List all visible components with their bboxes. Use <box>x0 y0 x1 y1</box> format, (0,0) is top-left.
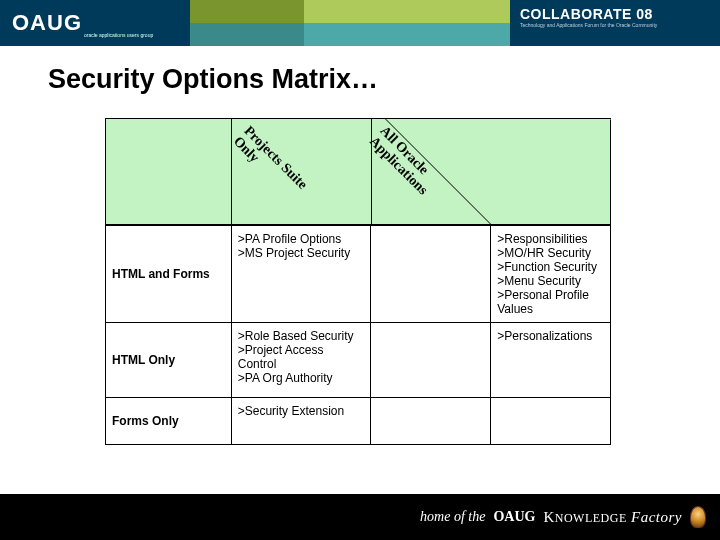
cell: PA Profile Options MS Project Security <box>231 226 371 322</box>
page-title: Security Options Matrix… <box>48 64 720 95</box>
cell: Responsibilities MO/HR Security Function… <box>490 226 610 322</box>
table-row: HTML and Forms PA Profile Options MS Pro… <box>106 225 610 322</box>
list-item: MS Project Security <box>238 246 365 260</box>
col-header-1: Projects SuiteOnly <box>231 119 371 224</box>
col-header-1-text: Projects SuiteOnly <box>230 123 310 203</box>
cell <box>370 226 490 322</box>
list-item: Security Extension <box>238 404 365 418</box>
cell: Security Extension <box>231 398 371 444</box>
cell: Personalizations <box>490 323 610 397</box>
cell <box>490 398 610 444</box>
row-header: HTML and Forms <box>106 226 231 322</box>
banner-stripe <box>190 0 510 46</box>
table-row: HTML Only Role Based Security Project Ac… <box>106 322 610 397</box>
footer-oaug: OAUG <box>493 509 535 525</box>
collab-subtitle: Technology and Applications Forum for th… <box>520 22 710 28</box>
collab-title: COLLABORATE 08 <box>520 6 710 22</box>
list-item: Personal Profile Values <box>497 288 604 316</box>
list-item: Function Security <box>497 260 604 274</box>
lightbulb-icon <box>690 506 706 528</box>
collab-block: COLLABORATE 08 Technology and Applicatio… <box>510 0 720 46</box>
cell <box>370 323 490 397</box>
list-item: Project Access Control <box>238 343 365 371</box>
list-item: Role Based Security <box>238 329 365 343</box>
cell <box>370 398 490 444</box>
list-item: Responsibilities <box>497 232 604 246</box>
logo-text: OAUG <box>12 10 82 36</box>
logo-subtitle: oracle applications users group <box>84 32 153 38</box>
footer-knowledge-factory: KNOWLEDGE Factory <box>543 509 682 526</box>
list-item: MO/HR Security <box>497 246 604 260</box>
logo-block: OAUG oracle applications users group <box>0 0 190 46</box>
footer-kf-factory: Factory <box>627 509 682 525</box>
list-item: PA Profile Options <box>238 232 365 246</box>
row-header: Forms Only <box>106 398 231 444</box>
footer-kf-nowledge: NOWLEDGE <box>555 511 627 525</box>
cell: Role Based Security Project Access Contr… <box>231 323 371 397</box>
footer-prefix: home of the <box>420 509 485 525</box>
row-header: HTML Only <box>106 323 231 397</box>
table-row: Forms Only Security Extension <box>106 397 610 444</box>
footer-kf-k: K <box>543 509 554 525</box>
footer-bar: home of the OAUG KNOWLEDGE Factory <box>0 494 720 540</box>
security-matrix: Projects SuiteOnly All OracleApplication… <box>105 118 611 445</box>
list-item: PA Org Authority <box>238 371 365 385</box>
col-header-2: All OracleApplications <box>371 119 491 224</box>
col-header-2-text: All OracleApplications <box>366 123 441 198</box>
top-banner: OAUG oracle applications users group COL… <box>0 0 720 46</box>
matrix-header-row: Projects SuiteOnly All OracleApplication… <box>106 119 610 225</box>
list-item: Menu Security <box>497 274 604 288</box>
list-item: Personalizations <box>497 329 604 343</box>
